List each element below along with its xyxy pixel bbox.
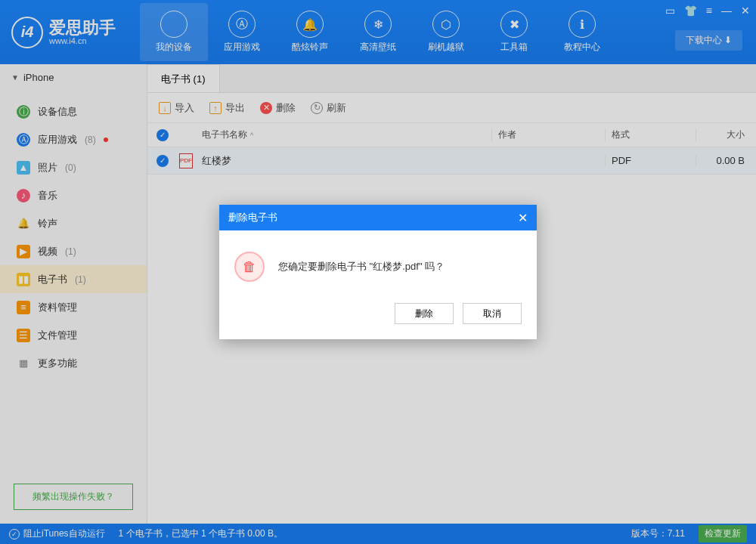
- dialog-cancel-button[interactable]: 取消: [463, 303, 522, 324]
- trash-icon: 🗑: [234, 252, 265, 282]
- dialog-title: 删除电子书: [228, 211, 277, 224]
- dialog-close-button[interactable]: ✕: [518, 211, 528, 225]
- dialog-message: 您确定要删除电子书 "红楼梦.pdf" 吗？: [278, 260, 445, 274]
- dialog-confirm-button[interactable]: 删除: [395, 303, 454, 324]
- modal-overlay: 删除电子书 ✕ 🗑 您确定要删除电子书 "红楼梦.pdf" 吗？ 删除 取消: [0, 0, 756, 544]
- delete-dialog: 删除电子书 ✕ 🗑 您确定要删除电子书 "红楼梦.pdf" 吗？ 删除 取消: [219, 205, 537, 339]
